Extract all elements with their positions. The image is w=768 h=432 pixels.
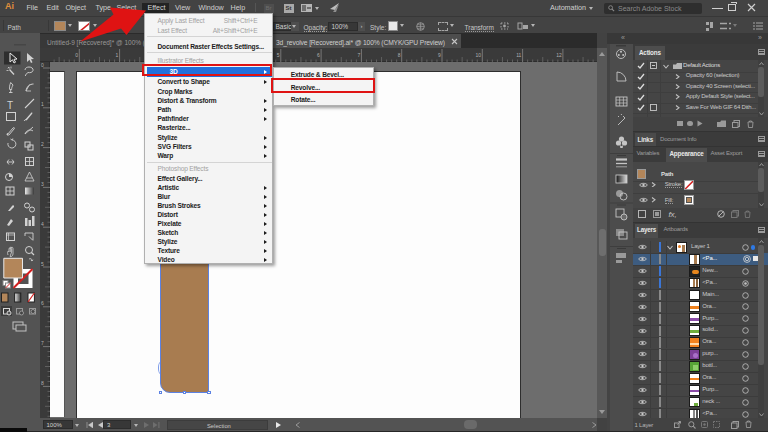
svg-text:1: 1 [116,52,119,58]
svg-text:8: 8 [398,52,401,58]
svg-text:9: 9 [438,52,441,58]
svg-text:7: 7 [357,52,360,58]
svg-text:5: 5 [277,52,280,58]
svg-text:2: 2 [41,141,44,147]
svg-text:4: 4 [41,221,44,227]
svg-text:3: 3 [41,181,44,187]
svg-text:5: 5 [41,261,44,267]
svg-text:6: 6 [317,52,320,58]
svg-text:10: 10 [476,52,482,58]
svg-text:11: 11 [516,52,521,58]
svg-text:12: 12 [556,52,562,58]
svg-text:0: 0 [75,52,78,58]
svg-text:8: 8 [41,380,44,386]
svg-text:7: 7 [41,340,44,346]
svg-text:0: 0 [41,62,44,68]
svg-text:1: 1 [41,101,44,107]
svg-text:6: 6 [41,300,44,306]
svg-text:T: T [7,100,13,111]
